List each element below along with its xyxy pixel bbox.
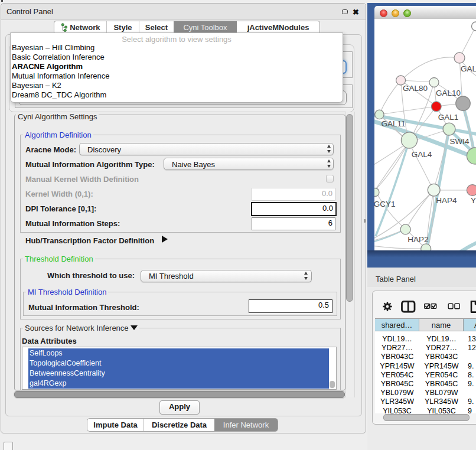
svg-text:HAP2: HAP2 [407,235,428,244]
svg-text:HAP4: HAP4 [436,196,457,205]
svg-text:GAL7: GAL7 [461,64,476,73]
svg-text:GAL11: GAL11 [381,119,405,128]
svg-text:GAL4: GAL4 [412,150,432,159]
svg-text:SWI4: SWI4 [449,137,469,146]
svg-text:GCY1: GCY1 [374,200,395,208]
svg-text:GAL1: GAL1 [438,113,459,122]
svg-text:GAL10: GAL10 [436,89,461,97]
svg-text:YJ: YJ [471,196,476,205]
svg-text:GAL80: GAL80 [403,84,428,93]
